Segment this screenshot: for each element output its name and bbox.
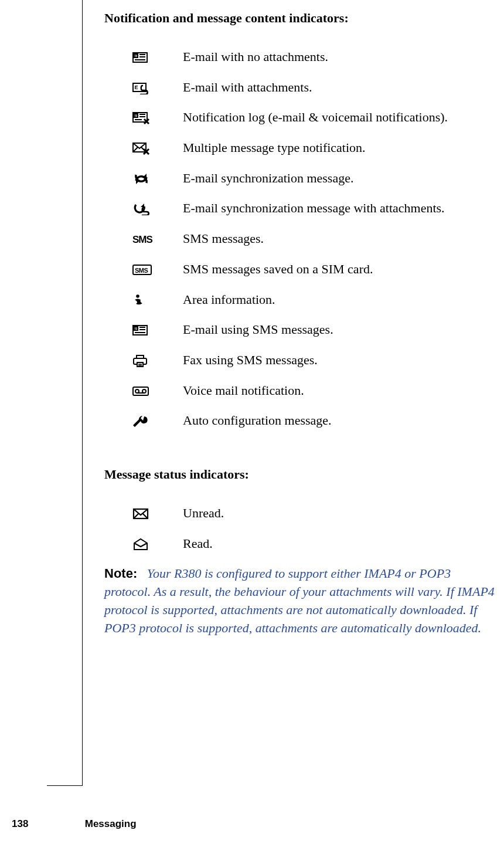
- indicator-description: Fax using SMS messages.: [183, 351, 321, 369]
- indicator-row: E-mail synchronization message with atta…: [132, 199, 498, 217]
- email-sync-icon: [132, 170, 183, 185]
- svg-text:SMS: SMS: [132, 234, 152, 245]
- indicator-description: E-mail synchronization message with atta…: [183, 199, 448, 217]
- svg-text:SMS: SMS: [135, 267, 148, 274]
- indicator-description: Notification log (e-mail & voicemail not…: [183, 109, 451, 126]
- footer-section: Messaging: [85, 818, 137, 829]
- svg-point-18: [136, 294, 139, 298]
- indicator-row: Multiple message type notification.: [132, 139, 498, 157]
- note-body: Your R380 is configured to support eithe…: [104, 566, 495, 635]
- svg-text:E: E: [134, 84, 138, 90]
- indicator-description: E-mail synchronization message.: [183, 170, 357, 187]
- indicator-description: Voice mail notification.: [183, 382, 308, 399]
- indicator-row: ENotification log (e-mail & voicemail no…: [132, 109, 498, 126]
- indicator-description: E-mail with attachments.: [183, 79, 316, 96]
- indicator-description: E-mail using SMS messages.: [183, 321, 337, 338]
- voicemail-icon: [132, 382, 183, 398]
- indicator-row: EE-mail using SMS messages.: [132, 321, 498, 338]
- svg-rect-26: [137, 355, 144, 358]
- indicator-row: EE-mail with no attachments.: [132, 48, 498, 66]
- svg-text:E: E: [135, 327, 138, 331]
- page-footer: 138 Messaging: [0, 815, 504, 844]
- indicator-description: Multiple message type notification.: [183, 139, 369, 157]
- content-indicators-table: EE-mail with no attachments.EE-mail with…: [132, 48, 498, 429]
- indicator-row: Unread.: [132, 504, 498, 522]
- fax-sms-icon: [132, 351, 183, 367]
- status-indicators-table: Unread.Read.: [132, 504, 498, 552]
- page-number: 138: [12, 818, 82, 830]
- sms-text-icon: SMS: [132, 230, 183, 246]
- notification-log-icon: E: [132, 109, 183, 124]
- indicator-description: E-mail with no attachments.: [183, 48, 332, 66]
- svg-text:E: E: [135, 114, 138, 118]
- indicator-description: SMS messages.: [183, 230, 267, 248]
- indicator-description: SMS messages saved on a SIM card.: [183, 260, 376, 278]
- indicator-row: Read.: [132, 535, 498, 553]
- indicator-row: EE-mail with attachments.: [132, 79, 498, 96]
- indicator-row: Fax using SMS messages.: [132, 351, 498, 369]
- indicator-row: Auto configuration message.: [132, 412, 498, 429]
- email-attach-icon: E: [132, 79, 183, 94]
- email-plain-icon: E: [132, 48, 183, 64]
- multi-message-icon: [132, 139, 183, 155]
- indicator-row: Area information.: [132, 291, 498, 309]
- info-icon: [132, 291, 183, 307]
- note-label: Note:: [104, 566, 137, 581]
- sms-sim-icon: SMS: [132, 260, 183, 276]
- indicator-row: SMSSMS messages saved on a SIM card.: [132, 260, 498, 278]
- wrench-icon: [132, 412, 183, 428]
- indicator-description: Read.: [183, 535, 216, 553]
- margin-rule: [82, 0, 83, 786]
- indicator-description: Auto configuration message.: [183, 412, 335, 429]
- email-sync-attach-icon: [132, 199, 183, 215]
- read-icon: [132, 535, 183, 551]
- indicator-description: Area information.: [183, 291, 279, 309]
- svg-text:E: E: [135, 54, 138, 58]
- margin-rule-bottom: [47, 785, 82, 786]
- email-sms-icon: E: [132, 321, 183, 337]
- indicator-row: Voice mail notification.: [132, 382, 498, 399]
- note-block: Note: Your R380 is configured to support…: [104, 565, 498, 637]
- section-heading-1: Notification and message content indicat…: [104, 11, 498, 26]
- unread-icon: [132, 504, 183, 520]
- section-heading-2: Message status indicators:: [104, 467, 498, 482]
- indicator-description: Unread.: [183, 504, 227, 522]
- indicator-row: SMSSMS messages.: [132, 230, 498, 248]
- indicator-row: E-mail synchronization message.: [132, 170, 498, 187]
